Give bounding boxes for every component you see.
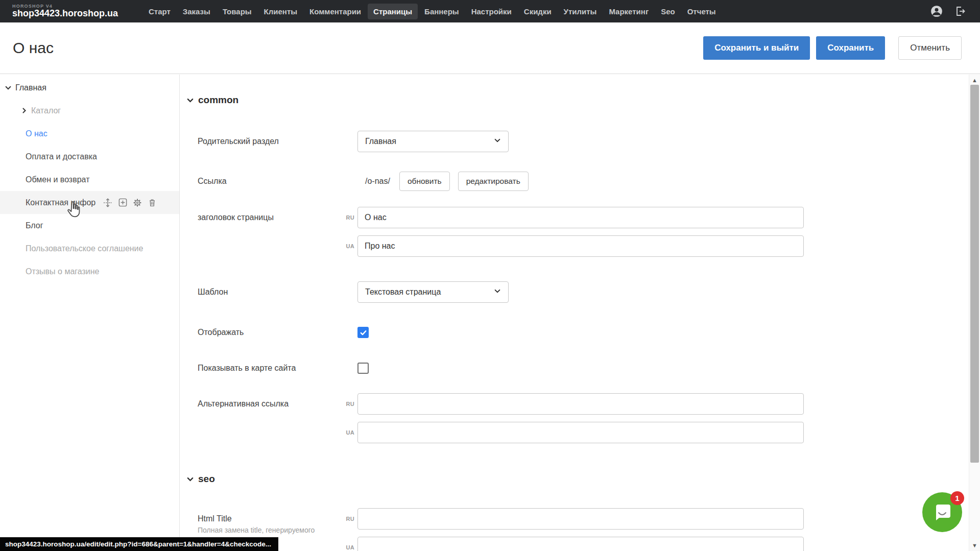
nav-item-start[interactable]: Старт: [143, 4, 176, 19]
nav-item-pages[interactable]: Страницы: [368, 4, 418, 19]
tree-item-label: Главная: [15, 83, 46, 92]
account-icon[interactable]: [930, 5, 943, 18]
chevron-down-icon[interactable]: [4, 84, 12, 92]
tree-item-katalog[interactable]: Каталог: [0, 99, 179, 122]
tree-item-o-nas[interactable]: О нас: [0, 122, 179, 145]
page-title-ru-row: заголовок страницы RU: [198, 207, 969, 228]
section-seo[interactable]: seo: [186, 472, 969, 486]
gear-icon[interactable]: [132, 198, 142, 208]
link-edit-button[interactable]: редактировать: [458, 172, 529, 191]
scroll-down-icon[interactable]: ▼: [969, 541, 980, 550]
template-value: Текстовая страница: [365, 288, 441, 297]
sitemap-row: Показывать в карте сайта: [198, 362, 969, 374]
page-title-ru-input[interactable]: [357, 207, 804, 228]
tree-item-kontaktnaya[interactable]: Контактная инфор: [0, 191, 179, 214]
page-title-label: заголовок страницы: [198, 213, 357, 222]
page-title: О нас: [13, 39, 54, 57]
tree-item-oplata[interactable]: Оплата и доставка: [0, 145, 179, 168]
nav-item-seo[interactable]: Seo: [655, 4, 681, 19]
nav-item-settings[interactable]: Настройки: [466, 4, 517, 19]
tree-item-obmen[interactable]: Обмен и возврат: [0, 168, 179, 191]
section-common[interactable]: common: [186, 93, 969, 107]
vertical-scrollbar[interactable]: ▲ ▼: [969, 75, 980, 551]
chat-widget-button[interactable]: 1: [922, 492, 962, 532]
lang-ru-tag: RU: [341, 401, 354, 407]
display-label: Отображать: [198, 328, 357, 337]
lang-ru-tag: RU: [341, 214, 354, 221]
page-header: О нас Сохранить и выйти Сохранить Отмени…: [0, 22, 980, 74]
logout-icon[interactable]: [953, 5, 967, 18]
parent-section-select[interactable]: Главная: [357, 131, 509, 152]
sitemap-checkbox[interactable]: [357, 363, 369, 374]
lang-ua-tag: UA: [341, 429, 354, 436]
nav-item-clients[interactable]: Клиенты: [258, 4, 303, 19]
statusbar-url: shop34423.horoshop.ua/edit/edit.php?id=6…: [5, 540, 271, 548]
chevron-down-icon: [494, 288, 501, 297]
html-title-ua-input[interactable]: [357, 537, 804, 551]
scrollbar-thumb[interactable]: [970, 85, 979, 463]
scroll-up-icon[interactable]: ▲: [969, 76, 980, 85]
html-title-hint: Полная замена title, генерируемого: [198, 526, 315, 534]
display-checkbox[interactable]: [357, 327, 369, 338]
page-title-ua-input[interactable]: [357, 235, 804, 257]
tree-item-soglashenie[interactable]: Пользовательское соглашение: [0, 237, 179, 260]
nav-item-discounts[interactable]: Скидки: [518, 4, 557, 19]
lang-ru-tag: RU: [341, 516, 354, 522]
app-window: HOROSHOP V4 shop34423.horoshop.ua Старт …: [0, 0, 980, 551]
nav-item-comments[interactable]: Комментарии: [304, 4, 367, 19]
alt-link-label: Альтернативная ссылка: [198, 399, 357, 409]
tree-item-blog[interactable]: Блог: [0, 214, 179, 237]
shop-domain-label: shop34423.horoshop.ua: [12, 9, 143, 18]
section-seo-label: seo: [198, 473, 215, 485]
link-preview-statusbar: shop34423.horoshop.ua/edit/edit.php?id=6…: [0, 537, 278, 551]
chevron-right-icon[interactable]: [20, 107, 28, 115]
move-icon[interactable]: [103, 198, 113, 208]
template-select[interactable]: Текстовая страница: [357, 281, 509, 303]
tree-item-otzyvy[interactable]: Отзывы о магазине: [0, 260, 179, 283]
nav-item-utilities[interactable]: Утилиты: [558, 4, 603, 19]
sitemap-label: Показывать в карте сайта: [198, 364, 357, 373]
tree-item-label: Контактная инфор: [26, 198, 95, 207]
tree-item-label: Отзывы о магазине: [26, 267, 100, 276]
nav-item-products[interactable]: Товары: [217, 4, 257, 19]
nav-item-reports[interactable]: Отчеты: [682, 4, 722, 19]
alt-link-ru-input[interactable]: [357, 393, 804, 415]
page-edit-form: common Родительский раздел Главная Ссылк…: [180, 75, 969, 551]
save-button[interactable]: Сохранить: [816, 36, 885, 60]
pages-tree-sidebar: Главная Каталог О нас Оплата и доставка …: [0, 75, 180, 551]
main-menu: Старт Заказы Товары Клиенты Комментарии …: [143, 4, 722, 19]
alt-link-ua-input[interactable]: [357, 422, 804, 443]
cancel-button[interactable]: Отменить: [898, 36, 962, 60]
nav-item-marketing[interactable]: Маркетинг: [603, 4, 654, 19]
parent-section-row: Родительский раздел Главная: [198, 131, 969, 152]
tree-item-label: О нас: [26, 129, 47, 138]
alt-link-ru-row: Альтернативная ссылка RU: [198, 393, 969, 415]
chevron-down-icon: [494, 137, 501, 146]
nav-item-banners[interactable]: Баннеры: [419, 4, 465, 19]
html-title-ru-input[interactable]: [357, 508, 804, 530]
html-title-label: Html Title Полная замена title, генериру…: [198, 514, 357, 523]
link-row: Ссылка /o-nas/ обновить редактировать: [198, 172, 969, 191]
html-title-ua-row: UA: [198, 537, 969, 551]
nav-item-orders[interactable]: Заказы: [177, 4, 216, 19]
template-label: Шаблон: [198, 288, 357, 297]
alt-link-ua-row: UA: [198, 422, 969, 443]
save-and-exit-button[interactable]: Сохранить и выйти: [703, 36, 810, 60]
chevron-down-icon: [186, 97, 194, 104]
header-buttons: Сохранить и выйти Сохранить Отменить: [703, 36, 962, 60]
tree-item-label: Пользовательское соглашение: [26, 244, 143, 253]
top-navbar: HOROSHOP V4 shop34423.horoshop.ua Старт …: [0, 0, 980, 22]
shop-logo[interactable]: HOROSHOP V4 shop34423.horoshop.ua: [0, 4, 143, 18]
navbar-right: [930, 5, 980, 18]
lang-ua-tag: UA: [341, 544, 354, 550]
notification-badge: 1: [950, 491, 964, 505]
tree-item-glavnaya[interactable]: Главная: [0, 76, 179, 99]
link-update-button[interactable]: обновить: [399, 172, 450, 191]
trash-icon[interactable]: [147, 198, 157, 208]
tree-item-label: Блог: [26, 221, 43, 230]
tree-item-actions: [103, 198, 157, 208]
display-row: Отображать: [198, 326, 969, 339]
parent-section-value: Главная: [365, 137, 396, 146]
add-icon[interactable]: [117, 198, 128, 208]
lang-ua-tag: UA: [341, 243, 354, 249]
